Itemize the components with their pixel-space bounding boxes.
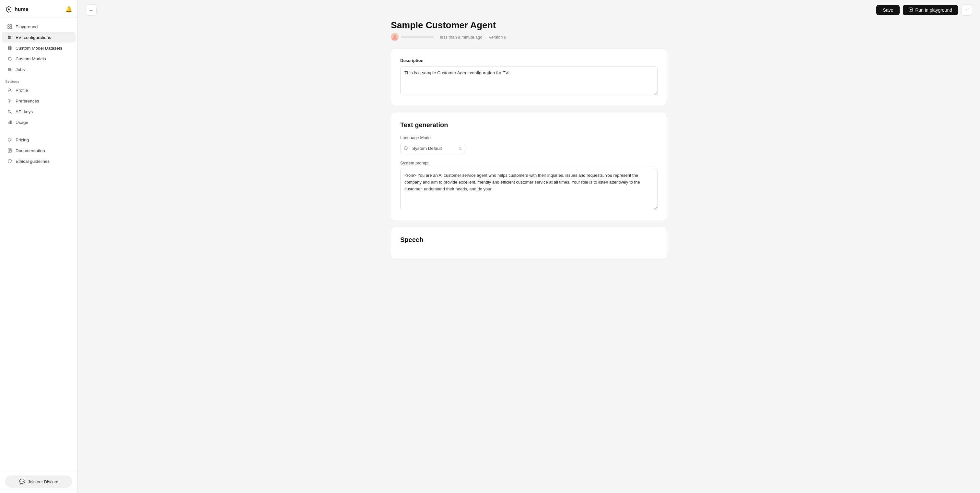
description-textarea[interactable] — [400, 66, 657, 95]
language-model-label: Language Model — [400, 135, 657, 140]
settings-section-label: Settings — [0, 75, 78, 85]
svg-point-9 — [9, 36, 10, 37]
sidebar-item-jobs[interactable]: Jobs — [2, 64, 75, 75]
back-button[interactable]: ← — [86, 5, 97, 16]
sidebar-item-label: Ethical guidelines — [16, 159, 49, 164]
language-model-select-wrapper: System Default GPT-4 Claude 3 Llama 3 ⇅ — [400, 143, 465, 154]
svg-point-1 — [8, 8, 10, 10]
language-model-select[interactable]: System Default GPT-4 Claude 3 Llama 3 — [400, 143, 465, 154]
sidebar-item-label: Usage — [16, 120, 28, 125]
svg-point-10 — [10, 37, 11, 38]
list-icon — [7, 67, 12, 72]
svg-rect-5 — [10, 27, 12, 29]
run-in-playground-button[interactable]: Run in playground — [903, 5, 958, 15]
sidebar-item-profile[interactable]: Profile — [2, 85, 75, 95]
svg-rect-30 — [8, 123, 9, 124]
text-generation-card: Text generation Language Model System De… — [391, 112, 667, 221]
user-icon — [7, 88, 12, 93]
sidebar-item-preferences[interactable]: Preferences — [2, 96, 75, 106]
sidebar: hume 🔔 Playground EVI configurations Cus… — [0, 0, 78, 493]
more-icon: ··· — [964, 7, 969, 13]
discord-icon: 💬 — [19, 479, 25, 485]
sidebar-item-label: Custom Model Datasets — [16, 46, 62, 51]
svg-point-11 — [9, 38, 10, 39]
sidebar-item-evi-configurations[interactable]: EVI configurations — [2, 32, 75, 43]
sidebar-item-custom-models[interactable]: Custom Models — [2, 54, 75, 64]
sidebar-item-pricing[interactable]: Pricing — [2, 135, 75, 145]
svg-point-26 — [9, 100, 10, 102]
sidebar-item-label: Pricing — [16, 137, 29, 142]
topbar: ← Save Run in playground ··· — [78, 0, 980, 20]
sidebar-item-documentation[interactable]: Documentation — [2, 145, 75, 156]
discord-label: Join our Discord — [28, 479, 58, 484]
topbar-right: Save Run in playground ··· — [876, 5, 972, 16]
page-title: Sample Customer Agent — [391, 20, 667, 30]
more-options-button[interactable]: ··· — [961, 5, 972, 16]
svg-rect-2 — [8, 25, 10, 26]
sidebar-item-label: EVI configurations — [16, 35, 51, 40]
sidebar-header: hume 🔔 — [0, 0, 78, 18]
logo-text: hume — [14, 6, 29, 12]
bar-chart-icon — [7, 120, 12, 125]
svg-point-33 — [9, 139, 10, 139]
save-button[interactable]: Save — [876, 5, 900, 15]
notification-bell-icon[interactable]: 🔔 — [65, 6, 72, 13]
sidebar-item-label: Profile — [16, 88, 28, 93]
key-icon — [7, 109, 12, 114]
main-content: ← Save Run in playground ··· Sample Cust… — [78, 0, 980, 493]
database-icon — [7, 45, 12, 51]
settings-icon — [7, 98, 12, 104]
sidebar-item-custom-model-datasets[interactable]: Custom Model Datasets — [2, 43, 75, 53]
text-generation-title: Text generation — [400, 121, 657, 129]
tag-icon — [7, 137, 12, 142]
svg-rect-3 — [10, 25, 12, 26]
svg-rect-32 — [11, 121, 12, 124]
description-label: Description — [400, 58, 657, 63]
sidebar-item-playground[interactable]: Playground — [2, 21, 75, 32]
description-card: Description — [391, 49, 667, 106]
logo-icon — [5, 6, 12, 13]
topbar-left: ← — [86, 5, 97, 16]
speech-card: Speech — [391, 227, 667, 260]
system-prompt-label: System prompt — [400, 161, 657, 166]
username-bar — [401, 36, 434, 38]
sidebar-nav: Playground EVI configurations Custom Mod… — [0, 18, 78, 470]
sidebar-item-usage[interactable]: Usage — [2, 117, 75, 128]
grid-icon — [7, 24, 12, 29]
system-prompt-textarea[interactable] — [400, 168, 657, 210]
sidebar-item-label: Playground — [16, 24, 38, 29]
logo: hume — [5, 6, 29, 13]
sliders-icon — [7, 35, 12, 40]
sidebar-item-label: API keys — [16, 109, 33, 114]
sidebar-item-ethical-guidelines[interactable]: Ethical guidelines — [2, 156, 75, 166]
sidebar-item-label: Documentation — [16, 148, 45, 153]
svg-marker-39 — [910, 9, 912, 10]
shield-icon — [7, 159, 12, 164]
sidebar-item-api-keys[interactable]: API keys — [2, 106, 75, 117]
content-area: Sample Customer Agent · less than a minu… — [383, 20, 675, 278]
play-icon — [909, 8, 913, 13]
meta-version: Version 0 — [489, 35, 506, 40]
avatar — [391, 33, 399, 41]
sidebar-item-label: Preferences — [16, 99, 39, 104]
discord-button[interactable]: 💬 Join our Discord — [5, 475, 72, 488]
svg-point-27 — [8, 110, 10, 112]
svg-point-41 — [393, 35, 396, 37]
speech-title: Speech — [400, 236, 657, 244]
sidebar-footer: 💬 Join our Discord — [0, 470, 78, 493]
cpu-icon — [7, 56, 12, 61]
book-icon — [7, 148, 12, 153]
svg-rect-13 — [8, 57, 11, 60]
back-icon: ← — [89, 8, 94, 13]
page-meta: · less than a minute ago · Version 0 — [391, 33, 667, 41]
sidebar-item-label: Custom Models — [16, 56, 46, 61]
sidebar-item-label: Jobs — [16, 67, 25, 72]
svg-rect-31 — [10, 121, 10, 124]
svg-rect-4 — [8, 27, 10, 29]
svg-point-12 — [8, 46, 11, 48]
run-label: Run in playground — [915, 8, 952, 13]
meta-time: less than a minute ago — [440, 35, 482, 40]
